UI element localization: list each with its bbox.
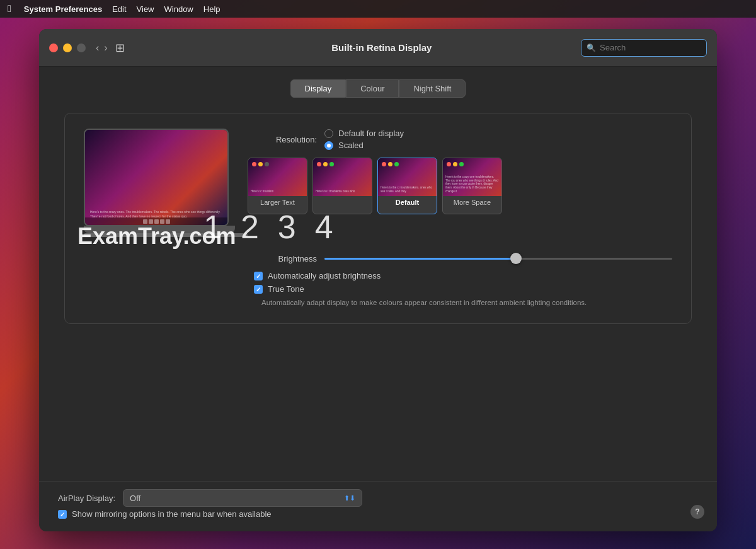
- true-tone-row: ✓ True Tone: [254, 284, 672, 294]
- scale-option-larger[interactable]: Here's tc troublem Larger Text: [248, 158, 307, 214]
- scale-traffic-4: [447, 162, 464, 166]
- scale-option-more-space[interactable]: Here's to the crazy one troublemakers. T…: [442, 158, 502, 214]
- airplay-value: Off: [130, 494, 140, 503]
- search-input[interactable]: [600, 43, 701, 52]
- slider-thumb[interactable]: [510, 253, 522, 264]
- tab-display[interactable]: Display: [290, 79, 346, 98]
- scale-label-2: [313, 196, 372, 201]
- mirror-checkbox[interactable]: ✓: [58, 510, 67, 519]
- resolution-scaled-label: Scaled: [338, 141, 364, 150]
- scale-traffic-3: [382, 162, 399, 166]
- number-1: 1: [203, 208, 222, 246]
- slider-track: [324, 258, 672, 260]
- airplay-label: AirPlay Display:: [58, 494, 115, 503]
- resolution-default[interactable]: Default for display: [324, 129, 404, 138]
- scale-screen-1: Here's tc troublem: [248, 158, 307, 196]
- scale-tl-yellow: [388, 162, 392, 166]
- resolution-label: Resolution:: [248, 135, 317, 144]
- mirror-label: Show mirroring options in the menu bar w…: [72, 509, 272, 519]
- search-box[interactable]: 🔍: [581, 39, 707, 57]
- scale-text-1: Here's tc troublem: [251, 190, 304, 194]
- airplay-select[interactable]: Off ⬆⬇: [123, 489, 362, 507]
- scale-label-4: More Space: [443, 196, 501, 209]
- scale-text-4: Here's to the crazy one troublemakers. T…: [445, 175, 499, 194]
- number-2: 2: [241, 208, 259, 246]
- tab-colour[interactable]: Colour: [346, 79, 399, 98]
- tab-night-shift[interactable]: Night Shift: [399, 79, 466, 98]
- scale-label-1: Larger Text: [248, 196, 307, 209]
- number-4: 4: [315, 208, 333, 246]
- tab-bar: Display Colour Night Shift: [64, 79, 692, 98]
- menu-view[interactable]: View: [137, 4, 154, 14]
- scale-text-3: Here's to the cr troublemakers. ones who…: [381, 186, 434, 194]
- scale-text-2: Here's to t troublema ones who: [316, 190, 369, 194]
- resolution-scaled[interactable]: Scaled: [324, 141, 404, 150]
- auto-brightness-label: Automatically adjust brightness: [268, 271, 381, 280]
- scale-tl-yellow: [323, 162, 328, 166]
- scale-tl-yellow: [258, 162, 263, 166]
- resolution-default-label: Default for display: [338, 129, 404, 138]
- scale-tl-green: [265, 162, 269, 166]
- menu-edit[interactable]: Edit: [112, 4, 126, 14]
- number-3: 3: [278, 208, 296, 246]
- auto-brightness-checkbox[interactable]: ✓: [254, 272, 263, 280]
- content-area: Display Colour Night Shift Here's to the…: [39, 67, 717, 481]
- slider-fill: [324, 258, 516, 260]
- scale-option-default[interactable]: Here's to the cr troublemakers. ones who…: [377, 158, 437, 214]
- checkbox-check-icon: ✓: [256, 273, 261, 280]
- scale-options: Here's tc troublem Larger Text: [248, 158, 672, 214]
- scale-tl-red: [252, 162, 256, 166]
- scale-screen-3: Here's to the cr troublemakers. ones who…: [378, 158, 437, 196]
- true-tone-label: True Tone: [268, 284, 304, 294]
- scale-tl-green: [329, 162, 334, 166]
- airplay-chevron-icon: ⬆⬇: [344, 494, 355, 502]
- true-tone-checkbox[interactable]: ✓: [254, 285, 263, 294]
- display-panel: Here's to the crazy ones. The troublemak…: [64, 113, 692, 324]
- scale-tl-red: [447, 162, 451, 166]
- scale-tl-red: [317, 162, 321, 166]
- checkbox-check-icon: ✓: [256, 286, 261, 293]
- radio-scaled[interactable]: [324, 141, 333, 150]
- search-icon: 🔍: [587, 43, 596, 52]
- right-panel: Resolution: Default for display Scaled: [248, 129, 672, 308]
- scale-traffic-1: [252, 162, 269, 166]
- resolution-options: Default for display Scaled: [324, 129, 404, 150]
- mirror-check-icon: ✓: [60, 511, 65, 518]
- help-button[interactable]: ?: [690, 505, 704, 519]
- scale-screen-2: Here's to t troublema ones who: [313, 158, 372, 196]
- scale-label-3: Default: [378, 196, 437, 209]
- system-preferences-window: ‹ › ⊞ Built-in Retina Display 🔍 Display …: [39, 29, 717, 531]
- menu-bar:  System Preferences Edit View Window He…: [0, 0, 756, 18]
- mirror-row: ✓ Show mirroring options in the menu bar…: [58, 509, 272, 519]
- scale-traffic-2: [317, 162, 334, 166]
- titlebar: ‹ › ⊞ Built-in Retina Display 🔍: [39, 29, 717, 67]
- airplay-row: AirPlay Display: Off ⬆⬇: [58, 489, 362, 507]
- brightness-slider[interactable]: [324, 252, 672, 265]
- radio-default[interactable]: [324, 129, 333, 138]
- menu-window[interactable]: Window: [164, 4, 193, 14]
- apple-menu[interactable]: : [8, 3, 11, 14]
- brightness-row: Brightness: [248, 252, 672, 265]
- scale-tl-green: [394, 162, 399, 166]
- scale-screen-4: Here's to the crazy one troublemakers. T…: [443, 158, 501, 196]
- bottom-bar: AirPlay Display: Off ⬆⬇ ✓ Show mirroring…: [39, 481, 717, 531]
- scale-tl-yellow: [453, 162, 457, 166]
- scale-option-2[interactable]: Here's to t troublema ones who: [312, 158, 372, 214]
- menu-system-preferences[interactable]: System Preferences: [24, 4, 102, 14]
- number-overlay: 1 2 3 4: [203, 208, 333, 246]
- scale-tl-red: [382, 162, 386, 166]
- scale-tl-green: [459, 162, 464, 166]
- auto-brightness-row: ✓ Automatically adjust brightness: [254, 271, 672, 280]
- true-tone-description: Automatically adapt display to make colo…: [261, 298, 672, 308]
- brightness-label: Brightness: [248, 254, 317, 263]
- menu-help[interactable]: Help: [203, 4, 220, 14]
- resolution-row: Resolution: Default for display Scaled: [248, 129, 672, 150]
